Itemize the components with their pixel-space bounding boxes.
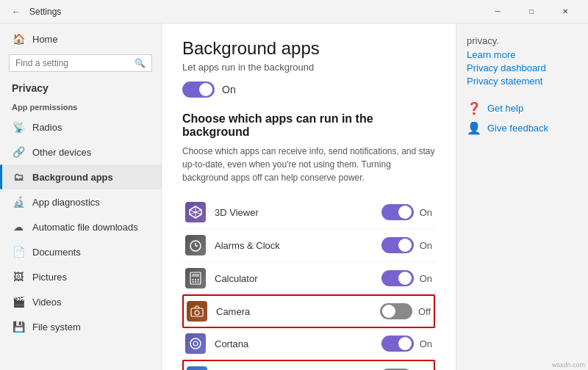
app-toggle-area-3dviewer: On [381, 204, 432, 220]
home-label: Home [32, 34, 58, 45]
svg-rect-8 [192, 274, 199, 277]
app-row-3dviewer: 3D Viewer On [182, 196, 435, 229]
section-title: Choose which apps can run in the backgro… [182, 112, 435, 139]
app-toggle-alarms[interactable] [381, 237, 414, 253]
sidebar-item-home[interactable]: 🏠 Home [0, 26, 161, 51]
main-toggle[interactable] [182, 81, 215, 98]
search-input[interactable] [15, 58, 130, 68]
toggle-thumb [199, 83, 212, 96]
app-icon-calculator [185, 268, 206, 289]
svg-point-12 [193, 281, 194, 283]
sidebar: 🏠 Home 🔍 Privacy App permissions 📡 Radio… [0, 23, 162, 370]
watermark: wsxdn.com [552, 361, 585, 369]
app-toggle-area-alarms: On [381, 237, 432, 253]
minimize-button[interactable]: ─ [481, 0, 514, 23]
pictures-label: Pictures [32, 272, 67, 283]
app-name-cortana: Cortana [215, 338, 373, 349]
give-feedback-link[interactable]: Give feedback [487, 123, 548, 134]
sidebar-item-automatic-file[interactable]: ☁ Automatic file downloads [0, 214, 161, 239]
background-apps-label: Background apps [32, 172, 113, 183]
sidebar-item-radios[interactable]: 📡 Radios [0, 115, 161, 139]
privacy-label: Privacy [0, 78, 161, 97]
videos-label: Videos [32, 297, 62, 308]
pictures-icon: 🖼 [12, 270, 25, 283]
privacy-statement-link[interactable]: Privacy statement [467, 76, 578, 87]
radios-label: Radios [32, 122, 62, 133]
app-toggle-label-calculator: On [420, 273, 432, 284]
give-feedback-icon: 👤 [467, 121, 481, 135]
app-toggle-camera[interactable] [380, 303, 412, 319]
back-button[interactable]: ← [6, 1, 26, 22]
sidebar-item-app-diagnostics[interactable]: 🔬 App diagnostics [0, 189, 161, 214]
app-toggle-label-alarms: On [420, 240, 432, 251]
app-row-cortana: Cortana On [182, 327, 435, 360]
app-icon-cortana [185, 333, 206, 354]
privacy-text: privacy. [467, 35, 578, 46]
right-panel: privacy. Learn more Privacy dashboard Pr… [456, 23, 588, 370]
close-button[interactable]: ✕ [548, 0, 582, 23]
app-icon-camera [187, 301, 207, 322]
get-help-icon: ❓ [467, 101, 481, 115]
app-icon-alarms [185, 235, 206, 255]
get-help-item[interactable]: ❓ Get help [467, 101, 578, 115]
app-body: 🏠 Home 🔍 Privacy App permissions 📡 Radio… [0, 23, 588, 370]
main-content: Background apps Let apps run in the back… [162, 23, 456, 370]
documents-icon: 📄 [12, 245, 25, 258]
privacy-dashboard-link[interactable]: Privacy dashboard [467, 62, 578, 73]
file-system-icon: 💾 [12, 320, 25, 333]
app-toggle-label-3dviewer: On [420, 207, 432, 218]
svg-point-13 [195, 281, 196, 283]
svg-point-17 [190, 338, 201, 349]
file-system-label: File system [32, 322, 81, 333]
give-feedback-item[interactable]: 👤 Give feedback [467, 121, 578, 135]
automatic-file-label: Automatic file downloads [32, 222, 138, 233]
app-icon-3dviewer [185, 202, 206, 222]
learn-more-link[interactable]: Learn more [467, 49, 578, 60]
app-toggle-cortana[interactable] [381, 335, 414, 352]
window-controls: ─ □ ✕ [481, 0, 582, 23]
search-icon: 🔍 [135, 58, 146, 68]
sidebar-item-background-apps[interactable]: 🗂 Background apps [0, 164, 161, 189]
svg-point-10 [195, 279, 196, 280]
section-desc: Choose which apps can receive info, send… [182, 145, 435, 184]
svg-point-16 [195, 311, 199, 315]
sidebar-item-videos[interactable]: 🎬 Videos [0, 289, 161, 314]
background-apps-icon: 🗂 [12, 170, 25, 184]
app-permissions-label: App permissions [0, 97, 161, 115]
app-toggle-label-cortana: On [420, 338, 432, 349]
search-box[interactable]: 🔍 [9, 54, 152, 72]
home-icon: 🏠 [12, 32, 25, 46]
get-help-link[interactable]: Get help [487, 103, 523, 114]
documents-label: Documents [32, 247, 81, 258]
page-subtitle: Let apps run in the background [182, 62, 435, 73]
svg-point-11 [198, 279, 199, 280]
svg-point-14 [198, 281, 199, 283]
app-name-alarms: Alarms & Clock [215, 240, 373, 251]
app-toggle-3dviewer[interactable] [381, 204, 414, 220]
app-diagnostics-icon: 🔬 [12, 195, 25, 208]
sidebar-item-documents[interactable]: 📄 Documents [0, 239, 161, 264]
app-diagnostics-label: App diagnostics [32, 197, 100, 208]
app-name-camera: Camera [216, 306, 371, 317]
svg-point-9 [193, 279, 194, 280]
sidebar-item-other-devices[interactable]: 🔗 Other devices [0, 139, 161, 164]
app-name-calculator: Calculator [215, 273, 373, 284]
videos-icon: 🎬 [12, 295, 25, 308]
automatic-file-icon: ☁ [12, 220, 25, 233]
app-icon-feedbackhub [187, 366, 207, 370]
titlebar: ← Settings ─ □ ✕ [0, 0, 588, 23]
maximize-button[interactable]: □ [514, 0, 548, 23]
app-row-feedbackhub: Feedback Hub Off [182, 360, 435, 370]
main-toggle-row: On [182, 81, 435, 98]
app-toggle-label-camera: Off [418, 306, 431, 317]
page-title: Background apps [182, 38, 435, 59]
other-devices-icon: 🔗 [12, 145, 25, 159]
sidebar-item-pictures[interactable]: 🖼 Pictures [0, 264, 161, 289]
titlebar-title: Settings [29, 7, 481, 17]
app-name-3dviewer: 3D Viewer [215, 207, 373, 218]
main-toggle-label: On [222, 84, 236, 95]
sidebar-item-file-system[interactable]: 💾 File system [0, 314, 161, 339]
app-toggle-calculator[interactable] [381, 270, 414, 286]
app-toggle-area-cortana: On [381, 335, 432, 352]
radios-icon: 📡 [12, 120, 25, 134]
